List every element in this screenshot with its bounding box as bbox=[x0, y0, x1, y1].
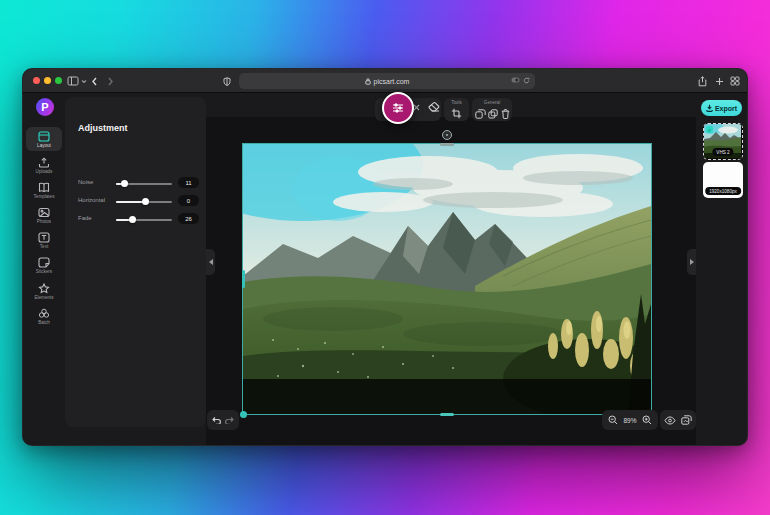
export-button[interactable]: Export bbox=[701, 100, 742, 116]
rotate-handle[interactable] bbox=[442, 130, 452, 140]
slider-label: Fade bbox=[78, 215, 92, 221]
zoom-out-icon[interactable] bbox=[608, 415, 618, 425]
slider-label: Noise bbox=[78, 179, 93, 185]
export-label: Export bbox=[715, 105, 737, 112]
sidebar-item-label: Photos bbox=[37, 219, 51, 224]
templates-icon bbox=[38, 182, 50, 193]
tools-group-label: Tools bbox=[444, 100, 469, 105]
sidebar-item-label: Layout bbox=[37, 143, 51, 148]
noise-slider[interactable] bbox=[116, 183, 172, 185]
preview-controls bbox=[660, 410, 696, 430]
chevron-down-icon[interactable] bbox=[81, 73, 87, 89]
resize-handle-bottom-left[interactable] bbox=[240, 411, 247, 418]
slider-thumb[interactable] bbox=[142, 198, 149, 205]
chevron-left-icon bbox=[209, 259, 213, 265]
sidebar-item-label: Templates bbox=[34, 194, 55, 199]
left-nav-rail: P Layout Uploads Templates Photos Text bbox=[23, 93, 65, 446]
horizontal-slider[interactable] bbox=[116, 201, 172, 203]
layout-icon bbox=[38, 131, 50, 142]
layer-item-vhs[interactable]: ✓ VHS 2 bbox=[703, 123, 743, 160]
copy-icon[interactable] bbox=[488, 109, 498, 119]
minimize-window-button[interactable] bbox=[44, 77, 51, 84]
sidebar-item-layout[interactable]: Layout bbox=[26, 127, 62, 151]
layer-visibility-badge[interactable]: ✓ bbox=[706, 126, 713, 133]
resize-handle-left[interactable] bbox=[242, 270, 245, 288]
page-badge-icon[interactable] bbox=[511, 77, 520, 83]
general-group-label: General bbox=[472, 100, 512, 105]
text-icon bbox=[38, 232, 50, 243]
slider-value[interactable]: 0 bbox=[178, 195, 199, 206]
zoom-level[interactable]: 89% bbox=[623, 417, 636, 424]
address-url: picsart.com bbox=[374, 78, 410, 85]
slider-label: Horizontal bbox=[78, 197, 105, 203]
redo-icon[interactable] bbox=[225, 416, 235, 424]
mountain-photo bbox=[243, 144, 651, 414]
close-window-button[interactable] bbox=[33, 77, 40, 84]
shield-icon[interactable] bbox=[223, 73, 231, 89]
sidebar-item-label: Uploads bbox=[36, 169, 53, 174]
photos-icon bbox=[38, 207, 50, 218]
panel-title: Adjustment bbox=[78, 123, 128, 133]
layer-name: VHS 2 bbox=[712, 148, 733, 156]
adjustment-panel: Adjustment Noise 11 Horizontal 0 Fade bbox=[65, 97, 206, 427]
expand-right-panel-button[interactable] bbox=[687, 249, 696, 275]
upload-icon bbox=[38, 157, 50, 168]
sticker-icon bbox=[38, 257, 50, 268]
desktop-background: picsart.com P bbox=[0, 0, 770, 515]
sidebar-item-elements[interactable]: Elements bbox=[26, 279, 62, 303]
preview-eye-icon[interactable] bbox=[664, 416, 676, 425]
layer-item-canvas[interactable]: 1920x1080px bbox=[703, 162, 743, 198]
eraser-icon[interactable] bbox=[428, 102, 440, 113]
back-icon[interactable] bbox=[91, 73, 98, 89]
adjust-sliders-icon bbox=[392, 103, 404, 113]
download-icon bbox=[706, 104, 713, 112]
sidebar-item-text[interactable]: Text bbox=[26, 228, 62, 252]
slider-row-horizontal: Horizontal 0 bbox=[65, 194, 206, 208]
browser-titlebar: picsart.com bbox=[23, 69, 747, 93]
close-icon[interactable] bbox=[413, 104, 420, 111]
resize-handle-top[interactable] bbox=[440, 143, 454, 146]
sidebar-item-batch[interactable]: Batch bbox=[26, 304, 62, 328]
star-icon bbox=[38, 283, 50, 294]
zoom-controls: 89% bbox=[602, 410, 658, 430]
reload-icon[interactable] bbox=[523, 77, 530, 84]
sidebar-item-templates[interactable]: Templates bbox=[26, 178, 62, 202]
resize-handle-bottom[interactable] bbox=[440, 413, 454, 416]
sidebar-item-uploads[interactable]: Uploads bbox=[26, 153, 62, 177]
fade-slider[interactable] bbox=[116, 219, 172, 221]
forward-icon[interactable] bbox=[107, 73, 114, 89]
picsart-logo[interactable]: P bbox=[36, 98, 54, 116]
batch-icon bbox=[38, 308, 50, 319]
history-controls bbox=[207, 410, 239, 430]
sidebar-item-stickers[interactable]: Stickers bbox=[26, 253, 62, 277]
collapse-left-panel-button[interactable] bbox=[206, 249, 215, 275]
sidebar-item-label: Stickers bbox=[36, 269, 52, 274]
slider-value[interactable]: 11 bbox=[178, 177, 199, 188]
sidebar-item-label: Elements bbox=[34, 295, 53, 300]
lock-icon bbox=[365, 78, 371, 85]
zoom-in-icon[interactable] bbox=[642, 415, 652, 425]
undo-icon[interactable] bbox=[211, 416, 221, 424]
fullscreen-window-button[interactable] bbox=[55, 77, 62, 84]
share-icon[interactable] bbox=[698, 73, 707, 89]
slider-row-fade: Fade 26 bbox=[65, 212, 206, 226]
pages-icon[interactable] bbox=[681, 415, 692, 425]
sidebar-toggle-icon[interactable] bbox=[67, 73, 79, 89]
duplicate-icon[interactable] bbox=[475, 109, 486, 119]
tab-overview-icon[interactable] bbox=[730, 73, 740, 89]
slider-thumb[interactable] bbox=[129, 216, 136, 223]
sidebar-item-label: Text bbox=[40, 244, 48, 249]
slider-thumb[interactable] bbox=[121, 180, 128, 187]
new-tab-icon[interactable] bbox=[715, 73, 724, 89]
address-bar[interactable]: picsart.com bbox=[239, 73, 535, 89]
crop-icon[interactable] bbox=[451, 108, 462, 119]
canvas-image[interactable] bbox=[243, 144, 651, 414]
sidebar-item-photos[interactable]: Photos bbox=[26, 203, 62, 227]
slider-value[interactable]: 26 bbox=[178, 213, 199, 224]
general-group: General bbox=[472, 98, 512, 121]
layer-name: 1920x1080px bbox=[705, 187, 741, 195]
chevron-right-icon bbox=[690, 259, 694, 265]
trash-icon[interactable] bbox=[501, 109, 510, 119]
adjust-tool-button[interactable] bbox=[382, 92, 414, 124]
tools-group: Tools bbox=[444, 98, 469, 121]
